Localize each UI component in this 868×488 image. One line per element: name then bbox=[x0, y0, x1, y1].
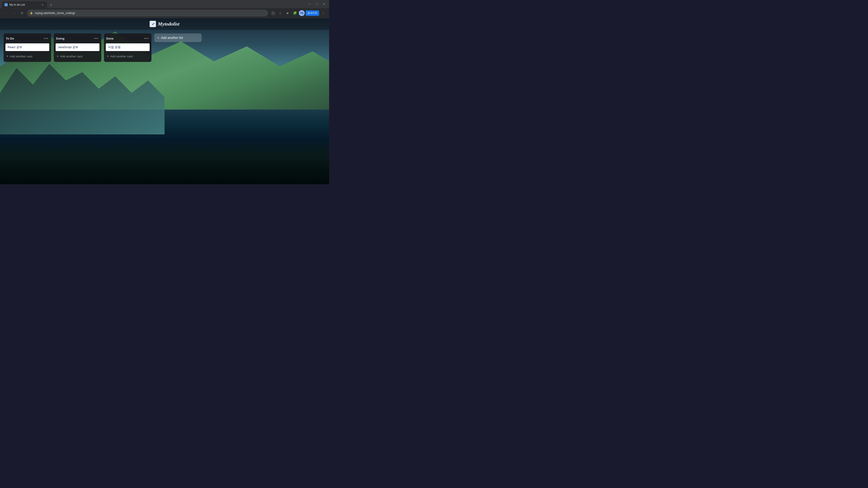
update-button[interactable]: 업데이트 bbox=[306, 10, 319, 16]
window-controls: — □ ✕ bbox=[307, 1, 327, 7]
nav-actions: ⬛ ☆ ★ 🧩 YS 업데이트 ⋮ bbox=[270, 10, 327, 16]
tab-title: My to do List bbox=[9, 3, 39, 6]
list-doing-menu-button[interactable]: ••• bbox=[94, 36, 99, 41]
add-card-done-button[interactable]: + Add another card bbox=[106, 53, 150, 60]
add-card-done-icon: + bbox=[107, 54, 109, 58]
address-bar-container[interactable]: 🔒 bbox=[27, 10, 268, 17]
list-done: Done ••• 아침 운동 + Add another card bbox=[104, 33, 151, 62]
list-done-menu-button[interactable]: ••• bbox=[144, 36, 149, 41]
add-list-button[interactable]: + Add another list bbox=[154, 33, 202, 42]
browser-frame: ✔ My to do List ✕ + — □ ✕ ← → ↻ 🔒 ⬛ ☆ ★ … bbox=[0, 0, 329, 184]
list-todo-menu-button[interactable]: ••• bbox=[43, 36, 49, 41]
refresh-button[interactable]: ↻ bbox=[19, 10, 25, 16]
add-card-todo-button[interactable]: + Add another card bbox=[5, 53, 49, 60]
list-todo: To Do ••• React 공부 + Add another card bbox=[4, 33, 51, 62]
add-card-todo-label: Add another card bbox=[10, 55, 32, 58]
app-content: ✔ Mytodolist To Do ••• React 공부 + Add an… bbox=[0, 18, 329, 184]
menu-button[interactable]: ⋮ bbox=[320, 10, 327, 16]
card-javascript[interactable]: JavaScript 공부 bbox=[56, 43, 99, 51]
forward-button[interactable]: → bbox=[11, 10, 17, 16]
add-list-icon: + bbox=[157, 36, 159, 39]
add-card-doing-button[interactable]: + Add another card bbox=[56, 53, 99, 60]
add-card-done-label: Add another card bbox=[110, 55, 133, 58]
user-avatar[interactable]: YS bbox=[299, 10, 305, 16]
nav-bar: ← → ↻ 🔒 ⬛ ☆ ★ 🧩 YS 업데이트 ⋮ bbox=[0, 8, 329, 18]
window-minimize-button[interactable]: — bbox=[307, 1, 313, 7]
star-button[interactable]: ★ bbox=[284, 10, 291, 16]
screenshot-button[interactable]: ⬛ bbox=[270, 10, 276, 16]
title-bar: ✔ My to do List ✕ + — □ ✕ bbox=[0, 0, 329, 8]
tab-bar: ✔ My to do List ✕ + bbox=[2, 0, 306, 8]
window-close-button[interactable]: ✕ bbox=[321, 1, 327, 7]
list-done-title: Done bbox=[106, 37, 114, 40]
back-button[interactable]: ← bbox=[3, 10, 9, 16]
app-logo: ✔ Mytodolist bbox=[150, 21, 179, 27]
app-header: ✔ Mytodolist bbox=[0, 18, 329, 30]
list-doing-header: Doing ••• bbox=[56, 36, 99, 41]
list-todo-header: To Do ••• bbox=[5, 36, 49, 41]
app-title: Mytodolist bbox=[158, 21, 179, 27]
add-card-doing-label: Add another card bbox=[60, 55, 83, 58]
card-morning-exercise[interactable]: 아침 운동 bbox=[106, 43, 150, 51]
add-card-todo-icon: + bbox=[6, 54, 8, 58]
list-todo-title: To Do bbox=[6, 37, 14, 40]
lock-icon: 🔒 bbox=[30, 11, 33, 14]
new-tab-button[interactable]: + bbox=[48, 2, 54, 8]
logo-icon: ✔ bbox=[150, 21, 156, 27]
bookmark-button[interactable]: ☆ bbox=[277, 10, 283, 16]
list-done-header: Done ••• bbox=[106, 36, 150, 41]
extension-button[interactable]: 🧩 bbox=[291, 10, 298, 16]
board-content: To Do ••• React 공부 + Add another card Do… bbox=[0, 30, 329, 184]
list-doing-title: Doing bbox=[56, 37, 64, 40]
card-react[interactable]: React 공부 bbox=[5, 43, 49, 51]
active-tab[interactable]: ✔ My to do List ✕ bbox=[2, 1, 47, 8]
tab-favicon: ✔ bbox=[4, 3, 8, 6]
address-bar[interactable] bbox=[35, 11, 266, 15]
add-card-doing-icon: + bbox=[57, 54, 59, 58]
list-doing: Doing ••• JavaScript 공부 + Add another ca… bbox=[54, 33, 101, 62]
window-maximize-button[interactable]: □ bbox=[314, 1, 320, 7]
tab-close-button[interactable]: ✕ bbox=[41, 3, 44, 6]
add-list-label: Add another list bbox=[161, 36, 183, 39]
